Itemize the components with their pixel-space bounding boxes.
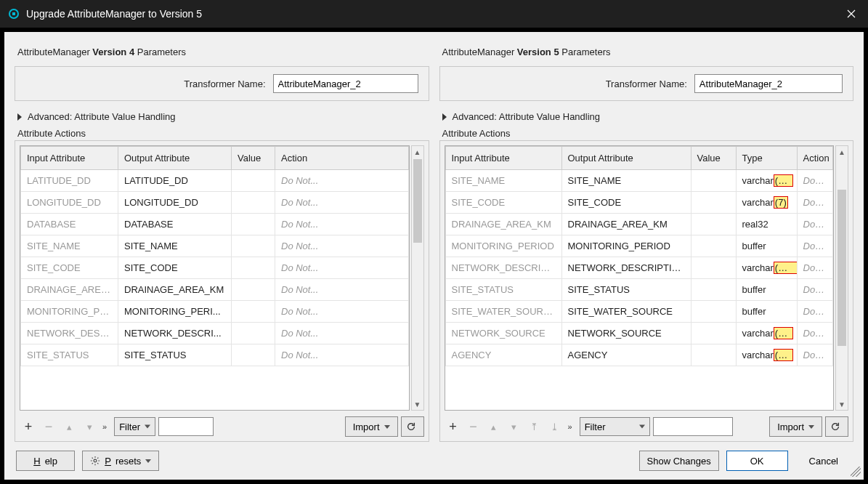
remove-row-button[interactable]: − xyxy=(465,417,482,436)
scrollbar-right[interactable]: ▲ ▼ xyxy=(835,145,848,411)
more-tools-button[interactable]: » xyxy=(568,422,572,431)
cell-output[interactable]: SITE_CODE xyxy=(118,257,232,279)
cell-value[interactable] xyxy=(691,344,736,366)
scrollbar-left[interactable]: ▲ ▼ xyxy=(411,145,424,411)
table-row[interactable]: LONGITUDE_DDLONGITUDE_DDDo Not... xyxy=(21,192,409,214)
cell-action[interactable]: Do Not... xyxy=(275,344,409,366)
cell-input[interactable]: MONITORING_PE... xyxy=(21,301,118,323)
filter-input-right[interactable] xyxy=(653,417,733,436)
cell-input[interactable]: SITE_CODE xyxy=(445,192,561,214)
help-button[interactable]: Help xyxy=(16,451,75,471)
cell-output[interactable]: DRAINAGE_AREA_KM xyxy=(118,279,232,301)
cell-value[interactable] xyxy=(691,301,736,323)
scroll-down-icon[interactable]: ▼ xyxy=(836,398,848,410)
show-changes-button[interactable]: Show Changes xyxy=(639,451,719,471)
scroll-thumb-left[interactable] xyxy=(413,159,422,243)
cell-value[interactable] xyxy=(691,214,736,235)
cell-type[interactable]: varchar(80) xyxy=(736,170,797,192)
scroll-down-icon[interactable]: ▼ xyxy=(412,398,423,410)
col-action-right[interactable]: Action xyxy=(797,147,833,170)
cell-output[interactable]: DRAINAGE_AREA_KM xyxy=(561,214,691,235)
cell-input[interactable]: LONGITUDE_DD xyxy=(21,192,118,214)
move-up-button[interactable]: ▴ xyxy=(485,417,503,436)
cell-output[interactable]: SITE_STATUS xyxy=(561,279,691,301)
cell-action[interactable]: Do Nothi... xyxy=(797,192,833,214)
cell-action[interactable]: Do Nothi... xyxy=(797,344,833,366)
cell-input[interactable]: MONITORING_PERIOD xyxy=(445,235,561,257)
cancel-button[interactable]: Cancel xyxy=(795,451,852,471)
transformer-name-input-left[interactable] xyxy=(273,74,418,93)
col-input-left[interactable]: Input Attribute xyxy=(21,147,118,170)
move-up-button[interactable]: ▴ xyxy=(60,417,78,436)
cell-value[interactable] xyxy=(691,235,736,257)
transformer-name-input-right[interactable] xyxy=(694,74,843,93)
col-input-right[interactable]: Input Attribute xyxy=(445,147,561,170)
refresh-button-left[interactable] xyxy=(401,416,424,437)
table-row[interactable]: SITE_NAMESITE_NAMEvarchar(80)Do Nothi... xyxy=(445,170,833,192)
table-row[interactable]: DATABASEDATABASEDo Not... xyxy=(21,214,409,235)
cell-action[interactable]: Do Not... xyxy=(275,235,409,257)
cell-output[interactable]: DATABASE xyxy=(118,214,232,235)
add-row-button[interactable]: + xyxy=(445,417,462,436)
cell-input[interactable]: SITE_STATUS xyxy=(445,279,561,301)
cell-value[interactable] xyxy=(232,257,275,279)
cell-output[interactable]: SITE_NAME xyxy=(118,235,232,257)
align-top-button[interactable]: ⤒ xyxy=(526,417,543,436)
scroll-thumb-right[interactable] xyxy=(837,190,846,346)
cell-action[interactable]: Do Nothi... xyxy=(797,279,833,301)
table-row[interactable]: NETWORK_DESCRIPT...NETWORK_DESCRIPTIONva… xyxy=(445,257,833,279)
cell-output[interactable]: LATITUDE_DD xyxy=(118,170,232,192)
more-tools-button[interactable]: » xyxy=(102,422,107,431)
table-row[interactable]: SITE_CODESITE_CODEvarchar(7)Do Nothi... xyxy=(445,192,833,214)
table-row[interactable]: MONITORING_PE...MONITORING_PERI...Do Not… xyxy=(21,301,409,323)
cell-output[interactable]: NETWORK_DESCRIPTION xyxy=(561,257,691,279)
cell-type[interactable]: varchar(43) xyxy=(736,344,797,366)
cell-type[interactable]: buffer xyxy=(736,301,797,323)
filter-select-right[interactable]: Filter xyxy=(580,417,650,436)
cell-type[interactable]: buffer xyxy=(736,279,797,301)
align-bottom-button[interactable]: ⤓ xyxy=(546,417,564,436)
cell-output[interactable]: LONGITUDE_DD xyxy=(118,192,232,214)
table-row[interactable]: SITE_STATUSSITE_STATUSDo Not... xyxy=(21,344,409,366)
cell-input[interactable]: DRAINAGE_AREA... xyxy=(21,279,118,301)
table-row[interactable]: DRAINAGE_AREA_KMDRAINAGE_AREA_KMreal32Do… xyxy=(445,214,833,235)
cell-input[interactable]: SITE_NAME xyxy=(445,170,561,192)
cell-output[interactable]: MONITORING_PERI... xyxy=(118,301,232,323)
cell-input[interactable]: AGENCY xyxy=(445,344,561,366)
filter-select-left[interactable]: Filter xyxy=(114,417,155,436)
table-row[interactable]: NETWORK_DESC...NETWORK_DESCRI...Do Not..… xyxy=(21,323,409,344)
cell-value[interactable] xyxy=(232,192,275,214)
import-button-left[interactable]: Import xyxy=(345,416,398,437)
table-row[interactable]: SITE_NAMESITE_NAMEDo Not... xyxy=(21,235,409,257)
advanced-toggle-right[interactable]: Advanced: Attribute Value Handling xyxy=(438,108,856,128)
cell-input[interactable]: SITE_WATER_SOURCE xyxy=(445,301,561,323)
import-button-right[interactable]: Import xyxy=(769,416,822,437)
refresh-button-right[interactable] xyxy=(825,416,848,437)
cell-action[interactable]: Do Not... xyxy=(275,301,409,323)
table-row[interactable]: NETWORK_SOURCENETWORK_SOURCEvarchar(95)D… xyxy=(445,323,833,344)
cell-value[interactable] xyxy=(691,192,736,214)
cell-action[interactable]: Do Not... xyxy=(275,214,409,235)
cell-output[interactable]: SITE_WATER_SOURCE xyxy=(561,301,691,323)
cell-value[interactable] xyxy=(232,344,275,366)
add-row-button[interactable]: + xyxy=(20,417,37,436)
cell-value[interactable] xyxy=(232,170,275,192)
cell-type[interactable]: varchar(95) xyxy=(736,323,797,344)
resize-grip[interactable] xyxy=(851,467,861,477)
cell-value[interactable] xyxy=(691,323,736,344)
advanced-toggle-left[interactable]: Advanced: Attribute Value Handling xyxy=(13,108,431,128)
cell-input[interactable]: NETWORK_SOURCE xyxy=(445,323,561,344)
cell-action[interactable]: Do Nothi... xyxy=(797,235,833,257)
filter-input-left[interactable] xyxy=(158,417,214,436)
cell-action[interactable]: Do Not... xyxy=(275,279,409,301)
cell-input[interactable]: DRAINAGE_AREA_KM xyxy=(445,214,561,235)
cell-action[interactable]: Do Not... xyxy=(275,257,409,279)
cell-value[interactable] xyxy=(691,279,736,301)
cell-value[interactable] xyxy=(232,323,275,344)
col-action-left[interactable]: Action xyxy=(275,147,409,170)
cell-value[interactable] xyxy=(232,301,275,323)
remove-row-button[interactable]: − xyxy=(40,417,57,436)
col-type-right[interactable]: Type xyxy=(736,147,797,170)
cell-output[interactable]: SITE_STATUS xyxy=(118,344,232,366)
col-value-left[interactable]: Value xyxy=(232,147,275,170)
